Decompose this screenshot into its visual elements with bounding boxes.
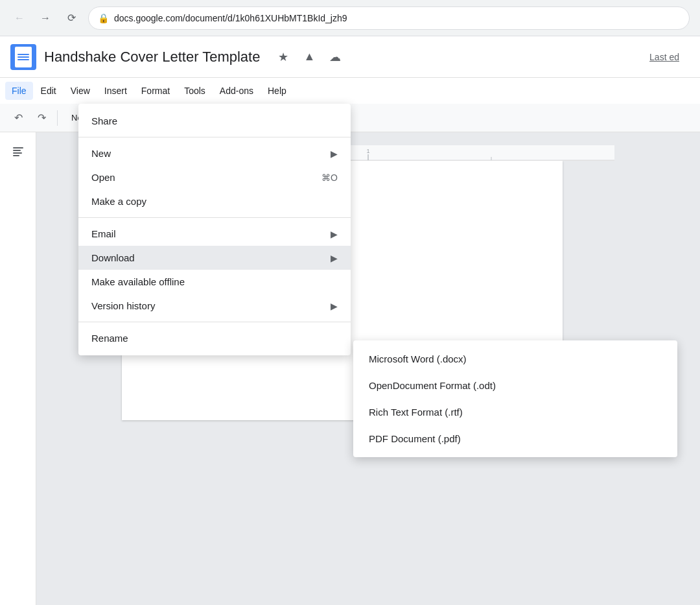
menu-bar: File Edit View Insert Format Tools Add-o… <box>0 78 700 104</box>
divider-1 <box>78 137 351 137</box>
document-title[interactable]: Handshake Cover Letter Template <box>44 49 260 65</box>
share-label: Share <box>91 115 338 126</box>
file-menu-item-make-available-offline[interactable]: Make available offline <box>78 270 351 294</box>
app-header: Handshake Cover Letter Template ★ ▲ ☁ La… <box>0 36 700 78</box>
email-arrow-icon: ▶ <box>331 229 338 239</box>
open-shortcut: ⌘O <box>321 172 338 183</box>
browser-chrome: ← → ⟳ 🔒 docs.google.com/document/d/1k0h6… <box>0 0 700 36</box>
file-menu-item-download[interactable]: Download ▶ <box>78 246 351 270</box>
file-menu-item-share[interactable]: Share <box>78 109 351 133</box>
reload-button[interactable]: ⟳ <box>62 9 80 27</box>
open-label: Open <box>91 172 321 183</box>
download-label: Download <box>91 252 331 263</box>
undo-button[interactable]: ↶ <box>8 108 29 128</box>
menu-item-file[interactable]: File <box>5 82 33 100</box>
file-menu-dropdown: Share New ▶ Open ⌘O Make a copy Email ▶ … <box>78 104 351 355</box>
svg-rect-0 <box>13 147 23 148</box>
sidebar <box>0 132 36 605</box>
redo-button[interactable]: ↷ <box>31 108 52 128</box>
rtf-label: Rich Text Format (.rtf) <box>369 407 463 418</box>
version-history-label: Version history <box>91 300 331 311</box>
menu-item-help[interactable]: Help <box>261 82 293 100</box>
star-button[interactable]: ★ <box>273 47 294 67</box>
back-button[interactable]: ← <box>10 9 29 27</box>
drive-save-button[interactable]: ▲ <box>299 47 320 67</box>
menu-item-view[interactable]: View <box>64 82 97 100</box>
file-menu-item-email[interactable]: Email ▶ <box>78 222 351 246</box>
make-available-offline-label: Make available offline <box>91 276 338 287</box>
file-menu-item-make-a-copy[interactable]: Make a copy <box>78 189 351 213</box>
cloud-save-button[interactable]: ☁ <box>325 47 345 67</box>
submenu-item-docx[interactable]: Microsoft Word (.docx) <box>353 346 677 372</box>
docx-label: Microsoft Word (.docx) <box>369 353 467 364</box>
download-submenu: Microsoft Word (.docx) OpenDocument Form… <box>353 340 677 457</box>
menu-item-edit[interactable]: Edit <box>34 82 63 100</box>
last-edited-label[interactable]: Last ed <box>649 52 690 62</box>
email-label: Email <box>91 228 331 239</box>
file-menu-item-new[interactable]: New ▶ <box>78 141 351 165</box>
svg-rect-1 <box>13 150 21 151</box>
sidebar-outline-icon[interactable] <box>6 140 30 163</box>
svg-text:1: 1 <box>366 148 369 154</box>
odt-label: OpenDocument Format (.odt) <box>369 380 496 391</box>
menu-item-format[interactable]: Format <box>135 82 176 100</box>
submenu-item-rtf[interactable]: Rich Text Format (.rtf) <box>353 399 677 425</box>
divider-2 <box>78 217 351 218</box>
header-icons: ★ ▲ ☁ <box>273 47 345 67</box>
download-arrow-icon: ▶ <box>331 253 338 263</box>
forward-button[interactable]: → <box>36 9 54 27</box>
pdf-label: PDF Document (.pdf) <box>369 433 461 444</box>
menu-item-tools[interactable]: Tools <box>178 82 212 100</box>
version-history-arrow-icon: ▶ <box>331 301 338 311</box>
toolbar-divider-1 <box>57 110 58 126</box>
new-arrow-icon: ▶ <box>331 148 338 159</box>
rename-label: Rename <box>91 333 338 344</box>
file-menu-item-version-history[interactable]: Version history ▶ <box>78 294 351 318</box>
submenu-item-odt[interactable]: OpenDocument Format (.odt) <box>353 372 677 399</box>
file-menu-item-open[interactable]: Open ⌘O <box>78 165 351 189</box>
svg-rect-2 <box>13 152 22 154</box>
menu-item-insert[interactable]: Insert <box>98 82 134 100</box>
svg-rect-3 <box>13 155 19 156</box>
url-text: docs.google.com/document/d/1k0h61XUHbMT1… <box>114 13 347 23</box>
divider-3 <box>78 322 351 322</box>
submenu-item-pdf[interactable]: PDF Document (.pdf) <box>353 425 677 452</box>
lock-icon: 🔒 <box>98 13 109 23</box>
address-bar[interactable]: 🔒 docs.google.com/document/d/1k0h61XUHbM… <box>88 6 690 30</box>
doc-app-icon <box>10 44 36 70</box>
make-a-copy-label: Make a copy <box>91 196 338 207</box>
menu-item-addons[interactable]: Add-ons <box>213 82 260 100</box>
new-label: New <box>91 148 331 159</box>
file-menu-item-rename[interactable]: Rename <box>78 326 351 350</box>
